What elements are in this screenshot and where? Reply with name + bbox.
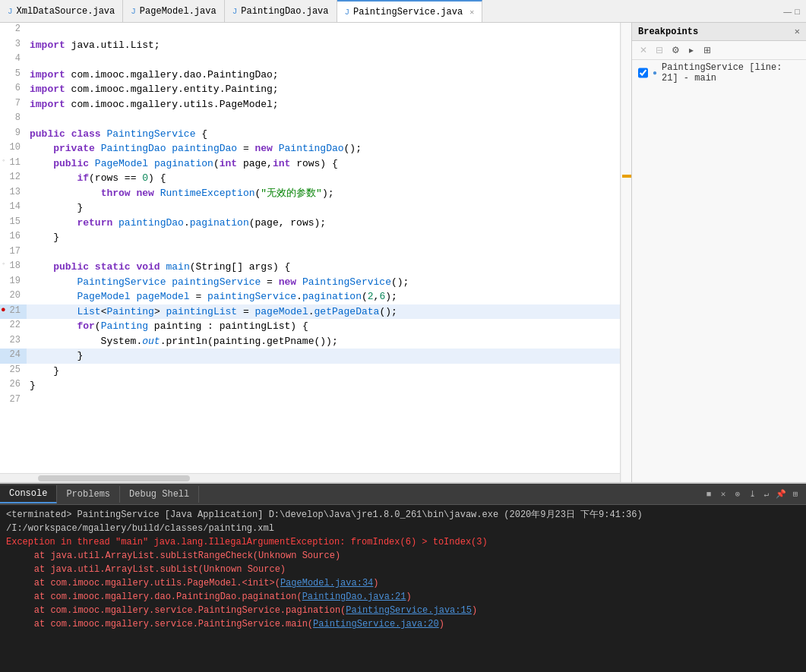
tab-paintingdao[interactable]: J PaintingDao.java (225, 0, 337, 22)
line-number: 23 (0, 334, 27, 349)
line-number: 10 (0, 141, 27, 156)
line-number: 19 (0, 275, 27, 290)
console-error-line: Exception in thread "main" java.lang.Ill… (6, 535, 800, 549)
horizontal-scrollbar[interactable] (0, 473, 620, 482)
console-toolbar: ■ ✕ ⊗ ⤓ ↵ 📌 ⊞ (703, 488, 806, 500)
breakpoints-panel: Breakpoints ✕ ✕ ⊟ ⚙ ▸ ⊞ ● PaintingServic… (631, 23, 806, 482)
line-number: 11◦ (0, 156, 27, 172)
remove-all-button[interactable]: ✕ (637, 43, 650, 57)
line-content: List<Painting> paintingList = pageModel.… (27, 304, 620, 320)
tab-console[interactable]: Console (0, 485, 57, 503)
line-number: 3 (0, 38, 27, 53)
line-content: } (27, 349, 620, 364)
code-table: 2 3 import java.util.List; 4 5 import co… (0, 23, 620, 408)
tab-paintingservice[interactable]: J PaintingService.java ✕ (337, 0, 483, 22)
breakpoint-dot: ● (653, 69, 657, 77)
open-console-button[interactable]: ⊞ (789, 488, 801, 500)
table-row: 27 (0, 393, 620, 409)
line-content: private PaintingDao paintingDao = new Pa… (27, 141, 620, 156)
line-content: System.out.println(painting.getPname()); (27, 334, 620, 349)
word-wrap-button[interactable]: ↵ (760, 488, 773, 500)
line-content (27, 52, 620, 68)
pin-button[interactable]: 📌 (775, 488, 787, 500)
table-row: 10 private PaintingDao paintingDao = new… (0, 141, 620, 156)
console-terminated-line: <terminated> PaintingService [Java Appli… (6, 508, 800, 522)
line-content: return paintingDao.pagination(page, rows… (27, 216, 620, 231)
breakpoint-item: ● PaintingService [line: 21] - main (632, 60, 806, 86)
line-content: } (27, 364, 620, 379)
java-icon: J (345, 8, 350, 17)
stop-button[interactable]: ■ (703, 488, 715, 500)
tab-label: PaintingDao.java (241, 6, 328, 17)
tab-debug-shell[interactable]: Debug Shell (120, 486, 199, 503)
table-row: 19 PaintingService paintingService = new… (0, 275, 620, 290)
console-stack-line-3: at com.imooc.mgallery.utils.PageModel.<i… (6, 576, 800, 590)
table-row: 20 PageModel pageModel = paintingService… (0, 289, 620, 304)
table-row: 8 (0, 112, 620, 127)
table-row: 13 throw new RuntimeException("无效的参数"); (0, 186, 620, 201)
table-row: 3 import java.util.List; (0, 38, 620, 53)
line-number: 22 (0, 319, 27, 334)
breakpoint-checkbox[interactable] (638, 68, 648, 78)
tab-label: PaintingService.java (353, 7, 463, 17)
tab-xmldatasource[interactable]: J XmlDataSource.java (0, 0, 123, 22)
line-number: 9 (0, 127, 27, 142)
line-content (27, 245, 620, 260)
paintingservice-pagination-link[interactable]: PaintingService.java:15 (346, 605, 472, 616)
scroll-lock-button[interactable]: ⤓ (746, 488, 758, 500)
table-row: 5 import com.imooc.mgallery.dao.Painting… (0, 68, 620, 83)
table-row: 12 if(rows == 0) { (0, 171, 620, 186)
line-number: 7 (0, 97, 27, 112)
line-number: 26 (0, 378, 27, 393)
line-content: import com.imooc.mgallery.utils.PageMode… (27, 97, 620, 112)
line-number: 15 (0, 216, 27, 231)
tab-pagemodel[interactable]: J PageModel.java (123, 0, 224, 22)
panel-toolbar: ✕ ⊟ ⚙ ▸ ⊞ (632, 41, 806, 60)
expand-button[interactable]: ▸ (684, 43, 698, 57)
deselect-all-button[interactable]: ⊟ (653, 43, 666, 57)
line-content: } (27, 378, 620, 393)
vertical-scrollbar[interactable] (621, 23, 631, 482)
table-row: 25 } (0, 364, 620, 379)
tab-label: PageModel.java (140, 6, 217, 17)
table-row: 7 import com.imooc.mgallery.utils.PageMo… (0, 97, 620, 112)
close-console-button[interactable]: ✕ (717, 488, 729, 500)
pagemodel-link[interactable]: PageModel.java:34 (280, 578, 373, 588)
console-stack-line-5: at com.imooc.mgallery.service.PaintingSe… (6, 604, 800, 617)
table-row: 14 } (0, 200, 620, 216)
paintingdao-link[interactable]: PaintingDao.java:21 (302, 592, 406, 602)
clear-button[interactable]: ⊗ (732, 488, 744, 500)
maximize-button[interactable]: □ (795, 7, 800, 16)
console-tab-bar: Console Problems Debug Shell ■ ✕ ⊗ ⤓ ↵ 📌… (0, 484, 806, 505)
tab-bar: J XmlDataSource.java J PageModel.java J … (0, 0, 806, 23)
tab-problems[interactable]: Problems (57, 486, 120, 503)
line-number: 2 (0, 23, 27, 38)
code-area[interactable]: 2 3 import java.util.List; 4 5 import co… (0, 23, 620, 473)
line-number: 17 (0, 245, 27, 260)
line-number: 18◦ (0, 260, 27, 275)
table-row: ●21 List<Painting> paintingList = pageMo… (0, 304, 620, 320)
line-content: PaintingService paintingService = new Pa… (27, 275, 620, 290)
table-row: 6 import com.imooc.mgallery.entity.Paint… (0, 82, 620, 97)
console-content[interactable]: <terminated> PaintingService [Java Appli… (0, 505, 806, 672)
table-row: 9 public class PaintingService { (0, 127, 620, 142)
line-content (27, 23, 620, 38)
bottom-area: Console Problems Debug Shell ■ ✕ ⊗ ⤓ ↵ 📌… (0, 482, 806, 672)
line-number: 24 (0, 349, 27, 364)
line-content (27, 393, 620, 409)
tab-label: XmlDataSource.java (17, 6, 115, 17)
close-icon[interactable]: ✕ (795, 26, 800, 37)
table-row: 23 System.out.println(painting.getPname(… (0, 334, 620, 349)
minimize-button[interactable]: — (783, 7, 792, 16)
table-row: 18◦ public static void main(String[] arg… (0, 260, 620, 275)
paintingservice-main-link[interactable]: PaintingService.java:20 (313, 619, 439, 629)
table-row: 17 (0, 245, 620, 260)
line-number: 5 (0, 68, 27, 83)
close-icon[interactable]: ✕ (469, 8, 474, 17)
collapse-button[interactable]: ⊞ (700, 43, 714, 57)
line-number: 4 (0, 52, 27, 68)
breakpoint-label: PaintingService [line: 21] - main (662, 62, 800, 84)
table-row: 4 (0, 52, 620, 68)
java-icon: J (232, 7, 238, 16)
configure-button[interactable]: ⚙ (669, 43, 682, 57)
